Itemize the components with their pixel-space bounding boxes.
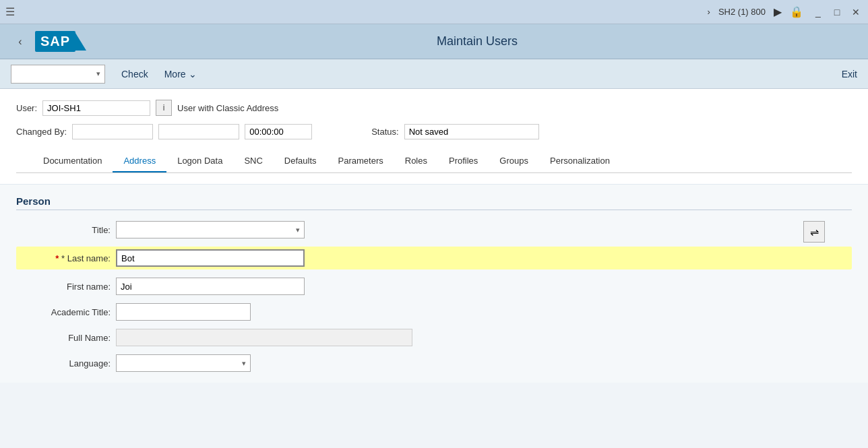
tab-logon-data[interactable]: Logon Data bbox=[166, 150, 233, 172]
person-fields: ⇌ Title: ▾ * * Last name: First name: bbox=[16, 221, 852, 372]
tab-parameters[interactable]: Parameters bbox=[328, 150, 394, 172]
header-bar: ‹ SAP Maintain Users bbox=[0, 24, 868, 59]
check-button[interactable]: Check bbox=[116, 66, 154, 82]
first-name-input[interactable] bbox=[116, 278, 305, 295]
required-mark: * bbox=[55, 253, 61, 263]
language-select[interactable]: ▾ bbox=[116, 354, 251, 372]
window-controls: _ □ ✕ bbox=[811, 5, 863, 19]
title-select[interactable]: ▾ bbox=[116, 221, 305, 238]
full-name-row: Full Name: bbox=[16, 329, 852, 346]
language-chevron-icon: ▾ bbox=[242, 359, 246, 368]
close-button[interactable]: ✕ bbox=[849, 5, 863, 19]
hamburger-icon[interactable]: ☰ bbox=[5, 5, 15, 18]
user-row: User: i User with Classic Address bbox=[16, 100, 852, 116]
status-group: Status: bbox=[371, 124, 538, 139]
academic-title-input[interactable] bbox=[116, 303, 251, 321]
changed-date-input[interactable] bbox=[158, 124, 239, 139]
first-name-label: First name: bbox=[16, 282, 111, 292]
user-label: User: bbox=[16, 103, 37, 113]
full-name-label: Full Name: bbox=[16, 333, 111, 343]
media-icon[interactable]: ▶ bbox=[774, 5, 782, 18]
title-chevron-icon: ▾ bbox=[296, 226, 300, 234]
more-chevron-icon: ⌄ bbox=[189, 69, 197, 79]
tab-defaults[interactable]: Defaults bbox=[274, 150, 328, 172]
last-name-input[interactable] bbox=[116, 249, 305, 267]
status-label: Status: bbox=[371, 127, 398, 137]
toolbar-dropdown[interactable]: ▾ bbox=[11, 65, 105, 84]
person-section-title: Person bbox=[16, 195, 852, 210]
lock-icon[interactable]: 🔒 bbox=[790, 5, 803, 18]
tabs-bar: Documentation Address Logon Data SNC Def… bbox=[16, 150, 852, 173]
tab-profiles[interactable]: Profiles bbox=[438, 150, 489, 172]
info-icon[interactable]: i bbox=[156, 100, 172, 116]
last-name-label: * * Last name: bbox=[16, 253, 111, 263]
toolbar-dropdown-chevron: ▾ bbox=[96, 69, 100, 78]
tab-documentation[interactable]: Documentation bbox=[32, 150, 113, 172]
sap-logo: SAP bbox=[35, 31, 86, 52]
title-field-label: Title: bbox=[16, 225, 111, 235]
exit-button[interactable]: Exit bbox=[842, 69, 857, 79]
back-button[interactable]: ‹ bbox=[11, 32, 30, 51]
toolbar: ▾ Check More ⌄ Exit bbox=[0, 59, 868, 89]
sap-logo-triangle bbox=[75, 33, 86, 51]
page-title: Maintain Users bbox=[97, 34, 857, 49]
changed-time-input[interactable] bbox=[245, 124, 312, 139]
tab-groups[interactable]: Groups bbox=[489, 150, 539, 172]
tab-snc[interactable]: SNC bbox=[233, 150, 273, 172]
user-input[interactable] bbox=[42, 100, 150, 116]
changed-by-input[interactable] bbox=[72, 124, 153, 139]
title-bar: ☰ › SH2 (1) 800 ▶ 🔒 _ □ ✕ bbox=[0, 0, 868, 24]
last-name-row: * * Last name: bbox=[16, 247, 852, 269]
more-button[interactable]: More ⌄ bbox=[164, 69, 197, 79]
classic-address-label: User with Classic Address bbox=[177, 103, 278, 113]
minimize-button[interactable]: _ bbox=[811, 5, 825, 19]
language-label: Language: bbox=[16, 358, 111, 369]
first-name-row: First name: bbox=[16, 278, 852, 295]
title-row: Title: ▾ bbox=[16, 221, 852, 238]
tab-roles[interactable]: Roles bbox=[394, 150, 438, 172]
maximize-button[interactable]: □ bbox=[830, 5, 844, 19]
academic-title-row: Academic Title: bbox=[16, 303, 852, 321]
person-icon-button[interactable]: ⇌ bbox=[803, 221, 825, 243]
language-row: Language: ▾ bbox=[16, 354, 852, 372]
person-switch-icon: ⇌ bbox=[810, 226, 819, 238]
session-info: SH2 (1) 800 bbox=[718, 7, 766, 17]
academic-title-label: Academic Title: bbox=[16, 307, 111, 317]
changed-by-row: Changed By: Status: bbox=[16, 124, 852, 139]
full-name-input bbox=[116, 329, 412, 346]
sap-logo-text: SAP bbox=[35, 31, 75, 52]
more-label: More bbox=[164, 69, 186, 79]
form-area: User: i User with Classic Address Change… bbox=[0, 89, 868, 184]
tab-personalization[interactable]: Personalization bbox=[539, 150, 621, 172]
changed-by-label: Changed By: bbox=[16, 127, 67, 137]
person-section: Person ⇌ Title: ▾ * * Last name: bbox=[0, 184, 868, 383]
status-input bbox=[404, 124, 539, 139]
tab-address[interactable]: Address bbox=[113, 150, 166, 172]
nav-arrow: › bbox=[708, 7, 710, 17]
main-content: User: i User with Classic Address Change… bbox=[0, 89, 868, 448]
